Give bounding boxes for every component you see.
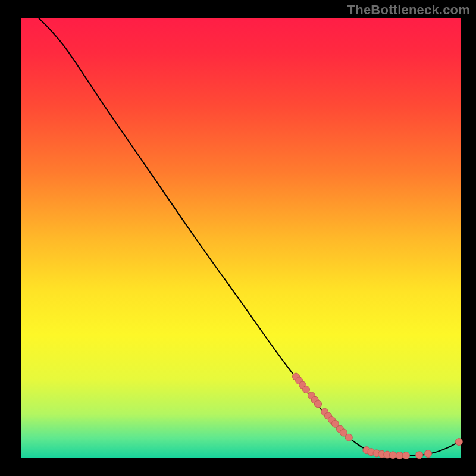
data-point [315, 400, 322, 408]
data-point [403, 452, 410, 459]
data-point [389, 452, 396, 459]
watermark-text: TheBottleneck.com [347, 2, 470, 18]
data-point [455, 439, 462, 446]
data-point [396, 452, 403, 459]
plot-background [21, 18, 461, 458]
chart-frame: { "watermark": "TheBottleneck.com", "plo… [0, 0, 476, 476]
data-point [425, 450, 432, 458]
data-point [416, 452, 423, 459]
bottleneck-chart [0, 0, 476, 476]
data-point [345, 434, 352, 441]
data-point [303, 386, 310, 393]
